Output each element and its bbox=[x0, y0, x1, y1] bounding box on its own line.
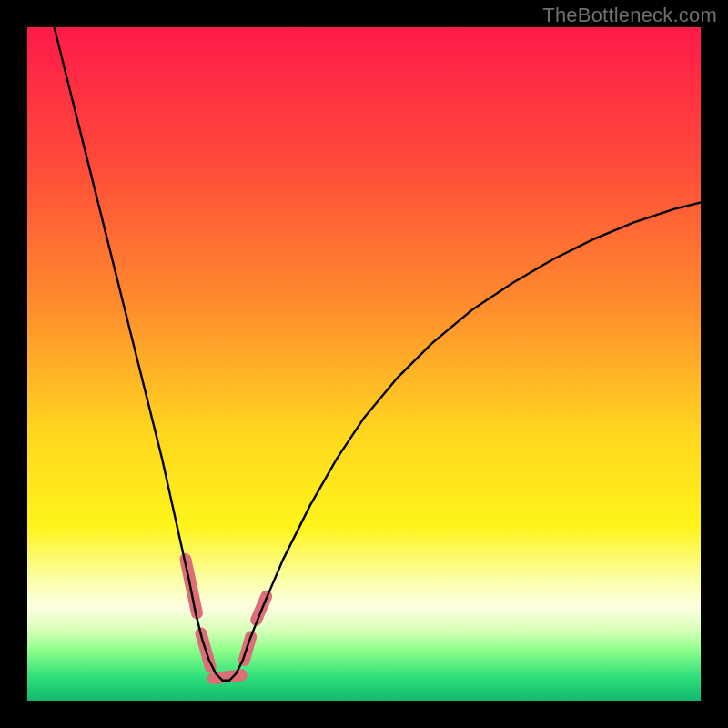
gradient-background bbox=[27, 27, 701, 701]
bottleneck-chart bbox=[27, 27, 701, 701]
plot-area bbox=[27, 27, 701, 701]
chart-frame: TheBottleneck.com bbox=[0, 0, 728, 728]
watermark-text: TheBottleneck.com bbox=[542, 4, 717, 27]
